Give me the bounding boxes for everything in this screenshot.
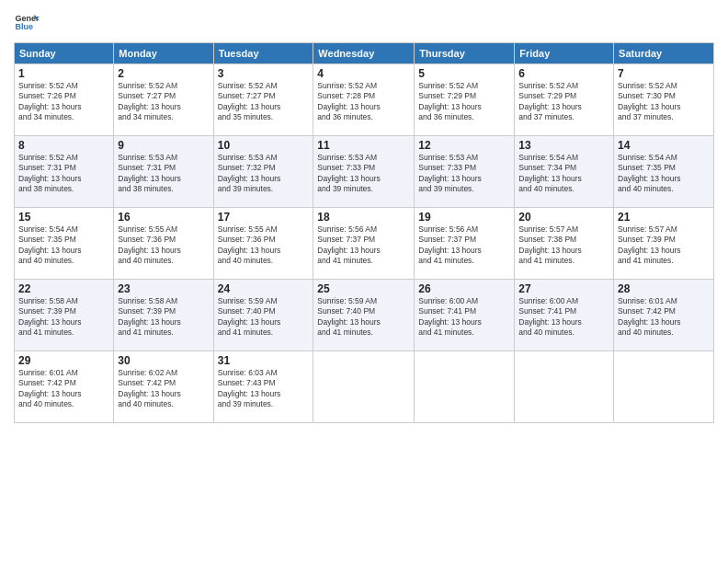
calendar-cell: 1Sunrise: 5:52 AMSunset: 7:26 PMDaylight…	[15, 64, 114, 136]
day-number: 7	[618, 67, 710, 80]
calendar-header-row: SundayMondayTuesdayWednesdayThursdayFrid…	[15, 43, 714, 64]
day-number: 9	[118, 139, 209, 152]
day-number: 12	[418, 139, 510, 152]
calendar-cell: 11Sunrise: 5:53 AMSunset: 7:33 PMDayligh…	[313, 136, 415, 208]
calendar-cell: 16Sunrise: 5:55 AMSunset: 7:36 PMDayligh…	[114, 208, 213, 280]
day-number: 27	[518, 282, 609, 295]
day-number: 6	[518, 67, 609, 80]
calendar-week-4: 22Sunrise: 5:58 AMSunset: 7:39 PMDayligh…	[15, 280, 714, 351]
calendar-cell: 5Sunrise: 5:52 AMSunset: 7:29 PMDaylight…	[415, 64, 515, 136]
col-header-monday: Monday	[114, 43, 213, 64]
day-number: 18	[317, 211, 410, 224]
calendar-cell: 15Sunrise: 5:54 AMSunset: 7:35 PMDayligh…	[15, 208, 114, 280]
day-number: 30	[118, 354, 209, 367]
day-info: Sunrise: 5:52 AMSunset: 7:29 PMDaylight:…	[518, 81, 609, 123]
calendar-cell	[515, 351, 614, 423]
col-header-friday: Friday	[515, 43, 614, 64]
day-number: 16	[118, 211, 209, 224]
calendar-cell: 10Sunrise: 5:53 AMSunset: 7:32 PMDayligh…	[213, 136, 313, 208]
calendar-table: SundayMondayTuesdayWednesdayThursdayFrid…	[14, 42, 714, 423]
calendar-cell: 19Sunrise: 5:56 AMSunset: 7:37 PMDayligh…	[415, 208, 515, 280]
day-info: Sunrise: 5:53 AMSunset: 7:32 PMDaylight:…	[218, 153, 310, 195]
calendar-cell: 30Sunrise: 6:02 AMSunset: 7:42 PMDayligh…	[114, 351, 213, 423]
day-number: 2	[118, 67, 209, 80]
day-info: Sunrise: 5:57 AMSunset: 7:39 PMDaylight:…	[618, 224, 710, 267]
calendar-cell	[415, 351, 515, 423]
day-info: Sunrise: 5:52 AMSunset: 7:27 PMDaylight:…	[118, 81, 209, 123]
calendar-cell: 18Sunrise: 5:56 AMSunset: 7:37 PMDayligh…	[313, 208, 415, 280]
main-container: General Blue SundayMondayTuesdayWednesda…	[0, 0, 728, 432]
calendar-cell: 27Sunrise: 6:00 AMSunset: 7:41 PMDayligh…	[515, 280, 614, 351]
day-number: 5	[418, 67, 510, 80]
calendar-cell: 6Sunrise: 5:52 AMSunset: 7:29 PMDaylight…	[515, 64, 614, 136]
day-number: 26	[418, 282, 510, 295]
day-info: Sunrise: 5:52 AMSunset: 7:27 PMDaylight:…	[218, 81, 310, 123]
calendar-cell: 29Sunrise: 6:01 AMSunset: 7:42 PMDayligh…	[15, 351, 114, 423]
day-info: Sunrise: 5:54 AMSunset: 7:35 PMDaylight:…	[18, 224, 109, 267]
calendar-cell: 4Sunrise: 5:52 AMSunset: 7:28 PMDaylight…	[313, 64, 415, 136]
day-number: 3	[218, 67, 310, 80]
calendar-cell: 28Sunrise: 6:01 AMSunset: 7:42 PMDayligh…	[614, 280, 714, 351]
day-info: Sunrise: 5:53 AMSunset: 7:31 PMDaylight:…	[118, 153, 209, 195]
calendar-cell: 24Sunrise: 5:59 AMSunset: 7:40 PMDayligh…	[213, 280, 313, 351]
day-info: Sunrise: 5:55 AMSunset: 7:36 PMDaylight:…	[218, 224, 310, 267]
day-info: Sunrise: 5:58 AMSunset: 7:39 PMDaylight:…	[18, 296, 109, 339]
day-info: Sunrise: 5:52 AMSunset: 7:28 PMDaylight:…	[317, 81, 410, 123]
calendar-cell	[313, 351, 415, 423]
day-info: Sunrise: 5:59 AMSunset: 7:40 PMDaylight:…	[317, 296, 410, 339]
calendar-cell: 13Sunrise: 5:54 AMSunset: 7:34 PMDayligh…	[515, 136, 614, 208]
day-info: Sunrise: 5:52 AMSunset: 7:29 PMDaylight:…	[418, 81, 510, 123]
day-number: 15	[18, 211, 109, 224]
calendar-cell: 26Sunrise: 6:00 AMSunset: 7:41 PMDayligh…	[415, 280, 515, 351]
day-info: Sunrise: 5:58 AMSunset: 7:39 PMDaylight:…	[118, 296, 209, 339]
day-number: 8	[18, 139, 109, 152]
day-info: Sunrise: 6:00 AMSunset: 7:41 PMDaylight:…	[418, 296, 510, 339]
calendar-cell: 14Sunrise: 5:54 AMSunset: 7:35 PMDayligh…	[614, 136, 714, 208]
day-info: Sunrise: 6:03 AMSunset: 7:43 PMDaylight:…	[218, 368, 310, 410]
day-info: Sunrise: 5:55 AMSunset: 7:36 PMDaylight:…	[118, 224, 209, 267]
calendar-week-5: 29Sunrise: 6:01 AMSunset: 7:42 PMDayligh…	[15, 351, 714, 423]
calendar-cell: 17Sunrise: 5:55 AMSunset: 7:36 PMDayligh…	[213, 208, 313, 280]
day-number: 24	[218, 282, 310, 295]
calendar-cell: 12Sunrise: 5:53 AMSunset: 7:33 PMDayligh…	[415, 136, 515, 208]
day-number: 1	[18, 67, 109, 80]
col-header-wednesday: Wednesday	[313, 43, 415, 64]
day-info: Sunrise: 5:59 AMSunset: 7:40 PMDaylight:…	[218, 296, 310, 339]
day-info: Sunrise: 5:52 AMSunset: 7:31 PMDaylight:…	[18, 153, 109, 195]
calendar-cell: 2Sunrise: 5:52 AMSunset: 7:27 PMDaylight…	[114, 64, 213, 136]
header: General Blue	[14, 9, 714, 35]
day-number: 29	[18, 354, 109, 367]
col-header-thursday: Thursday	[415, 43, 515, 64]
svg-text:Blue: Blue	[15, 22, 33, 31]
day-info: Sunrise: 5:56 AMSunset: 7:37 PMDaylight:…	[317, 224, 410, 267]
calendar-cell: 22Sunrise: 5:58 AMSunset: 7:39 PMDayligh…	[15, 280, 114, 351]
day-number: 23	[118, 282, 209, 295]
day-info: Sunrise: 6:02 AMSunset: 7:42 PMDaylight:…	[118, 368, 209, 410]
day-number: 19	[418, 211, 510, 224]
calendar-cell: 21Sunrise: 5:57 AMSunset: 7:39 PMDayligh…	[614, 208, 714, 280]
day-number: 10	[218, 139, 310, 152]
day-info: Sunrise: 6:01 AMSunset: 7:42 PMDaylight:…	[618, 296, 710, 339]
calendar-cell: 3Sunrise: 5:52 AMSunset: 7:27 PMDaylight…	[213, 64, 313, 136]
calendar-cell: 9Sunrise: 5:53 AMSunset: 7:31 PMDaylight…	[114, 136, 213, 208]
calendar-cell: 20Sunrise: 5:57 AMSunset: 7:38 PMDayligh…	[515, 208, 614, 280]
calendar-week-1: 1Sunrise: 5:52 AMSunset: 7:26 PMDaylight…	[15, 64, 714, 136]
day-info: Sunrise: 5:54 AMSunset: 7:35 PMDaylight:…	[618, 153, 710, 195]
day-info: Sunrise: 6:01 AMSunset: 7:42 PMDaylight:…	[18, 368, 109, 410]
day-info: Sunrise: 5:54 AMSunset: 7:34 PMDaylight:…	[518, 153, 609, 195]
day-info: Sunrise: 6:00 AMSunset: 7:41 PMDaylight:…	[518, 296, 609, 339]
day-number: 21	[618, 211, 710, 224]
day-number: 20	[518, 211, 609, 224]
col-header-saturday: Saturday	[614, 43, 714, 64]
day-info: Sunrise: 5:52 AMSunset: 7:26 PMDaylight:…	[18, 81, 109, 123]
day-number: 17	[218, 211, 310, 224]
day-number: 14	[618, 139, 710, 152]
day-info: Sunrise: 5:56 AMSunset: 7:37 PMDaylight:…	[418, 224, 510, 267]
calendar-cell: 25Sunrise: 5:59 AMSunset: 7:40 PMDayligh…	[313, 280, 415, 351]
col-header-tuesday: Tuesday	[213, 43, 313, 64]
calendar-week-2: 8Sunrise: 5:52 AMSunset: 7:31 PMDaylight…	[15, 136, 714, 208]
logo-icon: General Blue	[14, 9, 40, 35]
calendar-week-3: 15Sunrise: 5:54 AMSunset: 7:35 PMDayligh…	[15, 208, 714, 280]
calendar-cell: 7Sunrise: 5:52 AMSunset: 7:30 PMDaylight…	[614, 64, 714, 136]
day-number: 13	[518, 139, 609, 152]
